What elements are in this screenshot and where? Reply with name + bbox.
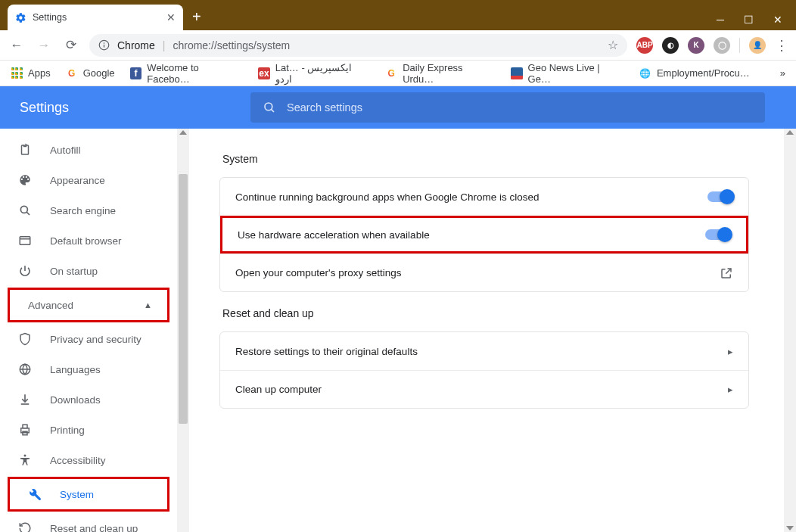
- back-icon[interactable]: ←: [8, 38, 26, 53]
- omnibox[interactable]: Chrome | chrome://settings/system ☆: [89, 34, 627, 57]
- window-minimize-icon[interactable]: ─: [717, 14, 724, 26]
- svg-point-5: [20, 206, 27, 213]
- sidebar-item-downloads[interactable]: Downloads: [0, 384, 177, 415]
- sidebar-item-on-startup[interactable]: On startup: [0, 256, 177, 286]
- bookmark-geo[interactable]: Geo News Live | Ge…: [511, 62, 624, 85]
- printer-icon: [18, 423, 33, 437]
- sidebar-item-accessibility[interactable]: Accessibility: [0, 445, 177, 475]
- sidebar-item-reset[interactable]: Reset and clean up: [0, 513, 177, 532]
- sidebar-item-printing[interactable]: Printing: [0, 415, 177, 445]
- svg-rect-7: [20, 237, 30, 245]
- sidebar-item-default-browser[interactable]: Default browser: [0, 226, 177, 256]
- svg-rect-13: [23, 425, 27, 428]
- globe-icon: [18, 362, 33, 376]
- bookmark-apps[interactable]: Apps: [11, 67, 51, 79]
- omnibox-url: chrome://settings/system: [173, 39, 600, 51]
- row-restore-defaults[interactable]: Restore settings to their original defau…: [220, 332, 748, 370]
- svg-point-3: [265, 103, 272, 110]
- gear-icon: [15, 12, 26, 23]
- open-external-icon: [720, 266, 733, 280]
- section-title-system: System: [222, 153, 749, 165]
- site-info-icon[interactable]: [98, 39, 110, 51]
- row-background-apps: Continue running background apps when Go…: [220, 178, 748, 216]
- bookmark-facebook[interactable]: f Welcome to Facebo…: [130, 62, 243, 85]
- profile-avatar-icon[interactable]: 👤: [749, 37, 766, 54]
- clipboard-icon: [18, 143, 33, 157]
- svg-line-4: [271, 109, 274, 112]
- geo-icon: [511, 67, 523, 79]
- toggle-background-apps[interactable]: [707, 191, 733, 202]
- system-card: Continue running background apps when Go…: [219, 177, 749, 292]
- sidebar-item-appearance[interactable]: Appearance: [0, 165, 177, 195]
- extension-k-icon[interactable]: K: [688, 37, 704, 54]
- row-hardware-acceleration: Use hardware acceleration when available: [220, 216, 748, 254]
- sidebar-item-advanced[interactable]: Advanced ▲: [10, 290, 167, 320]
- sidebar-item-autofill[interactable]: Autofill: [0, 135, 177, 165]
- wrench-icon: [28, 487, 43, 501]
- main-scrollbar[interactable]: [784, 129, 796, 532]
- reset-card: Restore settings to their original defau…: [219, 331, 749, 409]
- bookmark-express[interactable]: ex Lat… - ایکسپریس اردو: [258, 62, 370, 85]
- accessibility-icon: [18, 453, 33, 467]
- close-tab-icon[interactable]: ✕: [166, 11, 176, 23]
- row-cleanup-computer[interactable]: Clean up computer ▸: [220, 370, 748, 408]
- sidebar-scrollbar[interactable]: [177, 129, 189, 532]
- browser-tab[interactable]: Settings ✕: [8, 5, 183, 30]
- google-icon: G: [66, 67, 78, 79]
- svg-line-6: [26, 212, 30, 215]
- search-icon: [18, 204, 33, 217]
- facebook-icon: f: [130, 67, 142, 79]
- svg-point-15: [24, 455, 26, 457]
- section-title-reset: Reset and clean up: [222, 307, 749, 319]
- tab-title: Settings: [33, 12, 160, 23]
- bookmark-google[interactable]: G Google: [66, 67, 115, 79]
- window-maximize-icon[interactable]: ☐: [744, 14, 754, 26]
- bookmarks-bar: Apps G Google f Welcome to Facebo… ex La…: [0, 61, 796, 86]
- chevron-up-icon: ▲: [144, 300, 152, 310]
- sidebar-item-system[interactable]: System: [10, 479, 167, 509]
- browser-toolbar: ← → ⟳ Chrome | chrome://settings/system …: [0, 30, 796, 61]
- svg-rect-2: [104, 45, 104, 48]
- extension-dark-icon[interactable]: ◐: [662, 37, 679, 54]
- shield-icon: [18, 332, 33, 346]
- svg-point-1: [104, 42, 105, 44]
- highlight-advanced: Advanced ▲: [8, 288, 169, 322]
- settings-search[interactable]: [250, 92, 765, 123]
- chevron-right-icon: ▸: [728, 384, 733, 395]
- search-icon: [263, 101, 276, 114]
- window-close-icon[interactable]: ✕: [773, 14, 782, 26]
- chevron-right-icon: ▸: [728, 346, 733, 357]
- express-icon: ex: [258, 67, 270, 79]
- bookmark-star-icon[interactable]: ☆: [608, 38, 618, 52]
- forward-icon[interactable]: →: [35, 38, 53, 53]
- toggle-hardware-acceleration[interactable]: [705, 229, 731, 240]
- bookmark-overflow-icon[interactable]: »: [780, 67, 785, 79]
- new-tab-button[interactable]: +: [192, 8, 201, 26]
- extension-abp-icon[interactable]: ABP: [636, 37, 653, 54]
- globe-icon: 🌐: [639, 67, 651, 79]
- window-titlebar: Settings ✕ + ─ ☐ ✕: [0, 0, 796, 30]
- browser-icon: [18, 234, 33, 247]
- highlight-system: System: [8, 477, 169, 512]
- settings-title: Settings: [20, 100, 69, 116]
- settings-sidebar: Autofill Appearance Search engine Defaul…: [0, 129, 189, 532]
- bookmark-employment[interactable]: 🌐 Employment/Procu…: [639, 67, 750, 79]
- bookmark-daily[interactable]: G Daily Express Urdu…: [385, 62, 495, 85]
- omnibox-label: Chrome: [117, 39, 155, 51]
- settings-header: Settings: [0, 86, 796, 129]
- row-proxy-settings[interactable]: Open your computer's proxy settings: [220, 254, 748, 291]
- sidebar-item-languages[interactable]: Languages: [0, 354, 177, 384]
- palette-icon: [18, 173, 33, 187]
- google-icon: G: [385, 67, 397, 79]
- chrome-menu-icon[interactable]: ⋮: [775, 37, 788, 54]
- apps-grid-icon: [11, 67, 23, 79]
- sidebar-item-privacy[interactable]: Privacy and security: [0, 324, 177, 354]
- search-input[interactable]: [287, 101, 753, 114]
- sidebar-item-search-engine[interactable]: Search engine: [0, 195, 177, 226]
- restore-icon: [18, 521, 33, 532]
- download-icon: [18, 393, 33, 406]
- extension-grey-icon[interactable]: ◯: [714, 37, 730, 54]
- settings-main: System Continue running background apps …: [189, 129, 796, 532]
- power-icon: [18, 264, 33, 278]
- reload-icon[interactable]: ⟳: [62, 37, 80, 53]
